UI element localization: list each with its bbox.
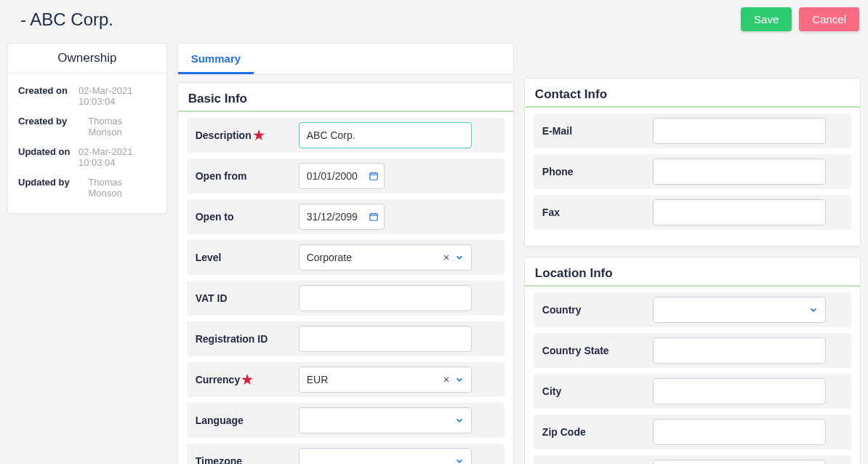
email-row: E-Mail <box>534 113 851 148</box>
basic-info-panel: Basic Info Description ★ Open from <box>177 82 514 464</box>
header-actions: Save Cancel <box>741 7 859 31</box>
ownership-title: Ownership <box>8 44 166 73</box>
ownership-value: Thomas Monson <box>88 177 156 199</box>
calendar-icon[interactable] <box>369 212 379 222</box>
country-select[interactable] <box>653 297 826 323</box>
language-select[interactable] <box>299 407 472 433</box>
description-input-wrap <box>299 122 472 148</box>
svg-rect-0 <box>369 173 377 180</box>
ownership-label: Created on <box>18 85 79 96</box>
ownership-value: Thomas Monson <box>88 116 156 137</box>
ownership-label: Updated by <box>18 177 88 188</box>
city-input[interactable] <box>653 378 826 404</box>
description-input[interactable] <box>299 122 472 148</box>
ownership-card: Ownership Created on 02-Mar-2021 10:03:0… <box>7 43 167 214</box>
timezone-label: Timezone <box>191 455 299 464</box>
vat-id-label: VAT ID <box>191 292 299 304</box>
country-state-row: Country State <box>534 333 851 368</box>
city-row: City <box>534 374 851 409</box>
chevron-down-icon[interactable] <box>454 456 465 464</box>
registration-id-input[interactable] <box>299 326 472 352</box>
chevron-down-icon[interactable] <box>454 375 465 385</box>
country-label: Country <box>538 304 653 316</box>
description-label: Description ★ <box>191 129 299 141</box>
zip-code-row: Zip Code <box>534 415 851 449</box>
location-info-title: Location Info <box>525 257 860 287</box>
chevron-down-icon[interactable] <box>454 415 465 425</box>
address-input[interactable] <box>653 460 826 464</box>
open-to-input-wrap <box>299 204 385 230</box>
ownership-label: Created by <box>18 116 88 127</box>
calendar-icon[interactable] <box>369 171 379 181</box>
language-label: Language <box>191 415 299 426</box>
ownership-row: Created on 02-Mar-2021 10:03:04 <box>18 81 156 111</box>
tab-summary[interactable]: Summary <box>178 44 254 74</box>
fax-row: Fax <box>534 195 851 230</box>
registration-id-row: Registration ID <box>187 321 505 356</box>
language-row: Language <box>187 403 505 438</box>
language-value <box>299 407 472 433</box>
currency-select[interactable]: EUR <box>299 367 472 393</box>
fax-input[interactable] <box>653 199 826 225</box>
country-value <box>653 297 826 323</box>
page-header: - ABC Corp. Save Cancel <box>0 0 868 43</box>
phone-row: Phone <box>534 154 851 189</box>
location-info-panel: Location Info Country Country State <box>524 257 861 464</box>
email-label: E-Mail <box>538 125 653 137</box>
zip-code-label: Zip Code <box>538 426 653 438</box>
contact-info-title: Contact Info <box>525 79 860 108</box>
city-label: City <box>538 385 653 397</box>
ownership-value: 02-Mar-2021 10:03:04 <box>79 85 156 107</box>
open-to-label: Open to <box>191 211 299 223</box>
tabs: Summary <box>177 43 514 75</box>
open-from-row: Open from <box>187 159 505 193</box>
country-state-input[interactable] <box>653 337 826 364</box>
email-input[interactable] <box>653 118 826 144</box>
required-star-icon: ★ <box>241 376 253 384</box>
basic-info-title: Basic Info <box>178 83 513 112</box>
timezone-select[interactable] <box>299 448 472 464</box>
currency-label: Currency ★ <box>191 374 299 385</box>
phone-input[interactable] <box>653 159 826 185</box>
required-star-icon: ★ <box>253 132 265 140</box>
ownership-label: Updated on <box>18 146 79 157</box>
contact-info-panel: Contact Info E-Mail Phone Fax <box>524 78 861 247</box>
country-state-label: Country State <box>538 345 653 356</box>
open-from-input-wrap <box>299 163 385 189</box>
svg-rect-1 <box>369 214 377 220</box>
country-row: Country <box>534 292 851 327</box>
zip-code-input[interactable] <box>653 419 826 445</box>
description-row: Description ★ <box>187 118 505 153</box>
currency-row: Currency ★ EUR <box>187 362 505 397</box>
ownership-list: Created on 02-Mar-2021 10:03:04 Created … <box>8 73 166 213</box>
timezone-value <box>299 448 472 464</box>
ownership-row: Created by Thomas Monson <box>18 111 156 142</box>
open-to-row: Open to <box>187 199 505 234</box>
fax-label: Fax <box>538 207 653 218</box>
vat-id-row: VAT ID <box>187 281 505 316</box>
level-row: Level Corporate <box>187 240 505 275</box>
vat-id-input[interactable] <box>299 285 472 311</box>
open-from-label: Open from <box>191 170 299 182</box>
address-row: Address <box>534 455 851 464</box>
chevron-down-icon[interactable] <box>808 305 819 315</box>
cancel-button[interactable]: Cancel <box>799 7 859 31</box>
ownership-value: 02-Mar-2021 10:03:04 <box>79 146 156 168</box>
registration-id-label: Registration ID <box>191 333 299 345</box>
level-label: Level <box>191 252 299 263</box>
level-select[interactable]: Corporate <box>299 244 472 271</box>
clear-icon[interactable] <box>443 254 450 261</box>
chevron-down-icon[interactable] <box>454 252 465 263</box>
phone-label: Phone <box>538 166 653 177</box>
save-button[interactable]: Save <box>741 7 792 31</box>
clear-icon[interactable] <box>443 376 450 383</box>
ownership-row: Updated on 02-Mar-2021 10:03:04 <box>18 142 156 172</box>
page-title: - ABC Corp. <box>9 9 113 30</box>
ownership-row: Updated by Thomas Monson <box>18 172 156 203</box>
timezone-row: Timezone <box>187 444 505 464</box>
